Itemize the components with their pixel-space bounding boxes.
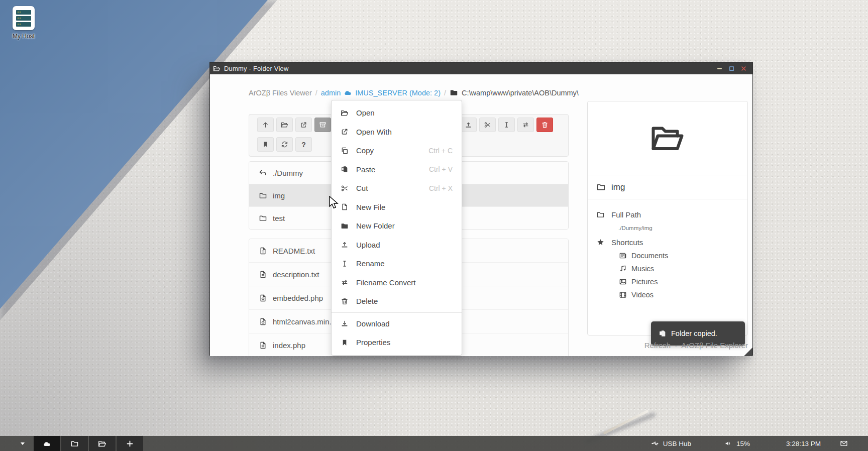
help-button[interactable]: ?	[295, 137, 312, 152]
taskbar-tile-folder[interactable]	[61, 436, 88, 451]
taskbar-tile-cloud[interactable]	[34, 436, 60, 451]
archive-icon	[319, 121, 327, 129]
menu-item-download[interactable]: Download	[332, 314, 462, 333]
shortcut-pictures[interactable]: Pictures	[619, 277, 747, 286]
ibeam-icon	[503, 121, 510, 129]
filename-convert-button[interactable]	[517, 118, 534, 132]
maximize-button[interactable]	[728, 65, 735, 72]
selected-item-name: img	[588, 175, 747, 199]
taskbar-tile-folder-open[interactable]	[89, 436, 116, 451]
open-with-button[interactable]	[295, 118, 312, 132]
toast-message: Folder copied.	[671, 329, 717, 337]
usb-indicator[interactable]: USB Hub	[651, 439, 691, 447]
window-footer: Refresh · ArOZβ File Explorer	[644, 341, 748, 350]
cut-button[interactable]	[479, 118, 496, 132]
rename-button[interactable]	[498, 118, 515, 132]
file-label: embedded.php	[273, 294, 323, 302]
file-blank-icon	[341, 203, 349, 211]
full-path-row: Full Path	[596, 210, 747, 219]
folder-icon	[450, 88, 458, 97]
folder-open-icon	[649, 120, 686, 156]
music-icon	[619, 265, 627, 273]
folder-icon	[259, 191, 267, 200]
close-button[interactable]	[740, 65, 747, 72]
context-menu: Open Open With CopyCtrl + C PasteCtrl + …	[331, 100, 462, 356]
star-icon	[596, 238, 605, 247]
file-code-icon	[259, 317, 267, 326]
taskbar-expand-button[interactable]	[15, 436, 30, 451]
file-label: description.txt	[273, 270, 319, 279]
arrows-lr-icon	[522, 121, 529, 129]
menu-item-new-file[interactable]: New File	[332, 198, 462, 217]
file-label: README.txt	[273, 247, 315, 255]
file-code-icon	[259, 294, 267, 302]
minimize-button[interactable]	[716, 65, 723, 72]
speaker-icon	[724, 439, 732, 447]
file-code-icon	[259, 341, 267, 350]
go-up-button[interactable]	[257, 118, 274, 132]
server-icon	[13, 6, 35, 30]
arrows-lr-icon	[341, 278, 349, 286]
menu-item-open[interactable]: Open	[332, 103, 462, 123]
delete-button[interactable]	[536, 118, 553, 132]
folder-icon	[70, 439, 79, 448]
volume-indicator[interactable]: 15%	[724, 439, 750, 447]
image-icon	[619, 278, 627, 286]
folder-icon	[596, 182, 606, 192]
folder-filled-icon	[341, 222, 349, 230]
envelope-icon	[840, 439, 848, 447]
open-button[interactable]	[276, 118, 293, 132]
chevron-down-icon	[19, 440, 26, 447]
bookmark-icon	[262, 141, 269, 148]
breadcrumb-server-link: IMUS_SERVER (Mode: 2)	[355, 89, 441, 97]
folder-label: test	[273, 214, 285, 222]
scissors-icon	[484, 121, 491, 129]
plus-icon	[126, 439, 134, 448]
resize-handle[interactable]	[744, 348, 752, 356]
archive-button[interactable]	[314, 118, 331, 132]
breadcrumb: ArOZβ Files Viewer / admin IMUS_SERVER (…	[249, 88, 579, 97]
window-titlebar[interactable]: Dummy - Folder View	[210, 63, 752, 74]
menu-item-rename[interactable]: Rename	[332, 254, 462, 273]
taskbar-tile-add[interactable]	[117, 436, 143, 451]
shortcut-videos[interactable]: Videos	[619, 290, 747, 299]
menu-item-copy[interactable]: CopyCtrl + C	[332, 141, 462, 160]
my-host-desktop-icon[interactable]: My Host	[7, 6, 40, 40]
usb-label: USB Hub	[663, 440, 691, 447]
preview-area	[588, 101, 747, 175]
folder-open-icon	[281, 121, 288, 129]
menu-item-new-folder[interactable]: New Folder	[332, 216, 462, 236]
usb-icon	[651, 439, 659, 447]
shortcuts-header: Shortcuts	[596, 238, 747, 247]
properties-button[interactable]	[257, 137, 274, 152]
app-name-link[interactable]: ArOZβ File Explorer	[681, 341, 748, 350]
shortcut-documents[interactable]: Documents	[619, 251, 747, 260]
menu-item-properties[interactable]: Properties	[332, 333, 462, 352]
refresh-button[interactable]	[276, 137, 293, 152]
shortcut-musics[interactable]: Musics	[619, 264, 747, 273]
clock[interactable]: 3:28:13 PM	[786, 440, 821, 447]
folder-label: img	[273, 191, 285, 200]
trash-icon	[341, 297, 349, 305]
menu-item-filename-convert[interactable]: Filename Convert	[332, 273, 462, 292]
menu-item-upload[interactable]: Upload	[332, 236, 462, 255]
menu-item-delete[interactable]: Delete	[332, 292, 462, 311]
refresh-link[interactable]: Refresh	[644, 341, 671, 350]
file-label: index.php	[273, 341, 305, 350]
menu-item-open-with[interactable]: Open With	[332, 123, 462, 142]
arrow-up-icon	[262, 121, 269, 129]
menu-item-cut[interactable]: CutCtrl + X	[332, 179, 462, 198]
copy-icon	[341, 147, 349, 155]
upload-button[interactable]	[460, 118, 477, 132]
desktop-icon-label: My Host	[7, 33, 40, 40]
external-link-icon	[341, 128, 349, 136]
breadcrumb-user-link[interactable]: admin IMUS_SERVER (Mode: 2)	[321, 88, 441, 97]
newspaper-icon	[619, 252, 627, 260]
download-icon	[341, 319, 349, 327]
folder-label: ./Dummy	[273, 169, 303, 177]
folder-open-icon	[98, 439, 106, 448]
mail-indicator[interactable]	[840, 439, 848, 447]
undo-icon	[259, 169, 267, 177]
upload-icon	[341, 241, 349, 249]
menu-item-paste[interactable]: PasteCtrl + V	[332, 160, 462, 179]
